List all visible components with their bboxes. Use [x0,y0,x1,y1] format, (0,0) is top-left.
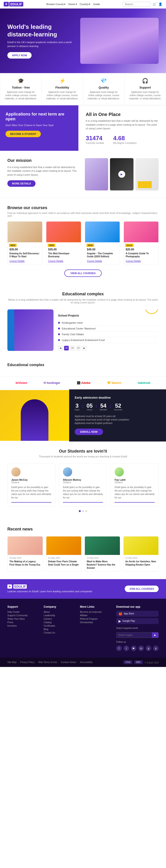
footer-link-community[interactable]: Support Community [7,614,39,617]
linkedin-icon[interactable]: in [138,646,144,651]
footer-link-affiliate[interactable]: Affiliate [80,614,111,617]
course-link-2[interactable]: Course Details [46,259,81,265]
edu-complex-content: School Projects Kindergarten mind Educat… [7,309,159,351]
testimonial-bar-3 [114,502,155,503]
feature-support-desc: Applicants must change for online colleg… [128,91,162,100]
news-grid: 20 May 2020 The Making of a Legacy: Firs… [7,536,159,572]
chevron-down-icon: ▾ [64,3,65,6]
countdown-seconds-number: 52 [114,403,122,408]
search-input[interactable] [123,2,150,6]
news-card-2[interactable]: 24 May 2020 Debate Over Paris Climate De… [46,536,81,572]
footer-link-about[interactable]: About [43,611,75,613]
feature-quality: 💎 Quality Applicants must change for onl… [83,73,125,105]
courses-grid: NEW $35.00 Drawing As Self-Discovery: 5 … [7,221,159,265]
logo[interactable]: ✦EDULIF [4,2,24,6]
countdown-hours: 05 Hours [87,403,93,411]
courses-section: Browse our courses Find an individual ap… [0,198,166,284]
dot-1[interactable] [79,510,81,512]
page-btn-1[interactable]: 16 [64,346,69,350]
course-image-2 [46,222,81,242]
facebook-icon[interactable]: f [116,646,122,651]
nav-guide[interactable]: Guide [93,3,100,5]
nav-country[interactable]: Country ▾ [80,3,91,6]
footer-accessibility[interactable]: Accessibility [80,661,93,663]
course-card-3: NEW $45.00 Angular - The Complete Guide … [85,221,120,265]
become-student-button[interactable]: BECOME A STUDENT [5,131,41,137]
footer-main: Support Help Center Support Community Sh… [0,599,166,657]
user-icon[interactable]: 👤 [158,2,162,6]
footer-link-contact[interactable]: Contact Us [43,631,75,634]
nav-browse[interactable]: Browse Course ▾ [46,3,65,6]
view-all-courses-button[interactable]: VIEW ALL COURSES [64,270,101,277]
cart-icon[interactable]: 🛒 [153,2,157,6]
hero-content: World's leading distance-learning Edulif… [7,23,72,59]
twitter-icon[interactable]: t [124,646,129,651]
footer-link-story[interactable]: Share Your Story [7,618,39,620]
region-search-input[interactable] [117,632,152,638]
footer-sitemap[interactable]: Site Map [7,661,16,663]
news-image-3 [85,536,120,555]
nav-home[interactable]: Home ▾ [68,3,77,6]
testimonial-name-3: Fay Lahli [114,478,155,481]
news-image-4 [124,536,159,555]
region-search-button[interactable]: ▶ [152,632,158,638]
news-card-3[interactable]: 10 May 2020 Want to Make More Baskets? S… [85,536,120,572]
stat-enrolled: 31474 Currently enrolled [86,135,104,144]
pinterest-icon[interactable]: p [153,646,159,651]
logo-icon: ✦ [4,2,9,6]
play-button[interactable]: ▶ [118,171,125,178]
course-link-1[interactable]: Course Details [8,259,42,265]
dot-2[interactable] [82,510,84,512]
page-btn-2[interactable]: 16 [70,346,75,350]
testimonial-text-3: Edulif gives us the possibility to gain … [114,486,155,499]
project-item-3: Family Club Oblako [58,332,159,337]
next-page-button[interactable]: ▶ [82,346,87,350]
app-badges: 🍎 App Store ▶ Google Play [116,611,159,624]
testimonial-name-1: Jason McCoy [11,478,52,481]
youtube-icon[interactable]: ▶ [131,646,136,651]
mission-title: Our mission [7,158,79,163]
footer-link-certificates[interactable]: Certificates [43,624,75,627]
app-store-button[interactable]: 🍎 App Store [116,611,159,617]
google-play-button[interactable]: ▶ Google Play [116,618,159,624]
footer-terms[interactable]: Web Terms of Use [38,661,57,663]
school-projects-title: School Projects [58,314,159,317]
news-title-4: An Arctic Ice Vanishes, New Shipping Rou… [124,560,159,568]
news-card-1[interactable]: 20 May 2020 The Making of a Legacy: Firs… [7,536,43,572]
early-figure [21,399,48,441]
enroll-button[interactable]: ENROLL NOW [75,429,103,435]
join-all-courses-button[interactable]: JOIN ALL COURSES [125,586,159,592]
footer-link-leadership[interactable]: Leadership [43,614,75,617]
educational-complex-2-section: Educational complex [0,358,166,376]
hero-cta-button[interactable]: APPLY NOW [7,52,32,59]
footer-link-investors[interactable]: Investors [7,624,39,627]
footer-support-title: Support [7,605,39,609]
courses-desc: Find an individual approach to each chil… [7,212,159,217]
course-title-3: Angular - The Complete Guide (2020 Editi… [85,251,120,259]
footer-link-careers[interactable]: Careers [43,618,75,620]
footer-privacy[interactable]: Privacy Policy [20,661,34,663]
footer-more-links: Become an Instructor Affiliate Referral … [80,611,111,624]
footer-link-referral[interactable]: Referral Program [80,618,111,620]
footer-link-scholarships[interactable]: Scholarships [80,621,111,624]
footer-link-catalog[interactable]: Catalog [43,621,75,624]
google-icon[interactable]: g [146,646,151,651]
page-btn-3[interactable]: 16 [76,346,81,350]
edu-complex-desc: Below is a long established fact that a … [7,298,159,304]
footer-download-title: Download our app [116,605,159,609]
more-details-button[interactable]: MORE DETAILS [7,180,35,187]
dot-3[interactable] [85,510,87,512]
footer-link-press[interactable]: Press [7,621,39,624]
news-card-4[interactable]: 14 May 2020 An Arctic Ice Vanishes, New … [123,536,159,572]
footer-link-help[interactable]: Help Center [7,611,39,613]
course-link-3[interactable]: Course Details [85,259,120,265]
news-date-1: 20 May 2020 [8,555,43,560]
footer-cookies[interactable]: Cookies Notice [61,661,76,663]
prev-page-button[interactable]: ◀ [58,346,63,350]
footer-link-blog[interactable]: Blog [43,628,75,630]
countdown-minutes-number: 54 [100,403,107,408]
footer-link-instructor[interactable]: Become an Instructor [80,611,111,613]
course-link-4[interactable]: Course Details [124,259,158,265]
footer-col-download: Download our app 🍎 App Store ▶ Google Pl… [116,605,159,651]
early-admission-section: Early admission deadline 3 Days : 05 Hou… [0,390,166,441]
